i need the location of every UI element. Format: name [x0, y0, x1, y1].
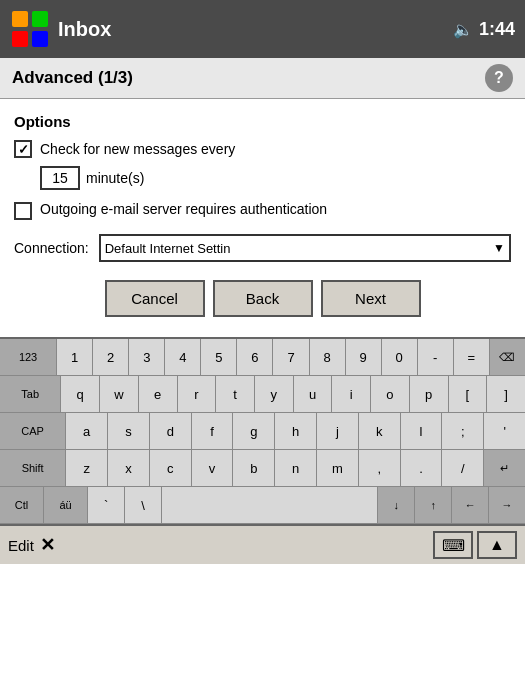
- minutes-label: minute(s): [86, 170, 144, 186]
- status-area: 🔈 1:44: [453, 19, 515, 40]
- key-c[interactable]: c: [150, 450, 192, 486]
- key-s[interactable]: s: [108, 413, 150, 449]
- key-k[interactable]: k: [359, 413, 401, 449]
- key-r[interactable]: r: [178, 376, 217, 412]
- key-x[interactable]: x: [108, 450, 150, 486]
- key-arrow-down[interactable]: ↓: [378, 487, 415, 523]
- key-cap[interactable]: CAP: [0, 413, 66, 449]
- key-backspace[interactable]: ⌫: [490, 339, 525, 375]
- keyboard-row-5: Ctl áü ` \ ↓ ↑ ← →: [0, 487, 525, 524]
- auth-row: Outgoing e-mail server requires authenti…: [14, 200, 511, 220]
- key-i[interactable]: i: [332, 376, 371, 412]
- key-3[interactable]: 3: [129, 339, 165, 375]
- key-p[interactable]: p: [410, 376, 449, 412]
- keyboard-toggle-button[interactable]: ⌨: [433, 531, 473, 559]
- key-6[interactable]: 6: [237, 339, 273, 375]
- keyboard-row-3: CAP a s d f g h j k l ; ': [0, 413, 525, 450]
- connection-select-value: Default Internet Settin: [105, 241, 489, 256]
- key-comma[interactable]: ,: [359, 450, 401, 486]
- key-o[interactable]: o: [371, 376, 410, 412]
- key-1[interactable]: 1: [57, 339, 93, 375]
- auth-checkbox[interactable]: [14, 202, 32, 220]
- help-button[interactable]: ?: [485, 64, 513, 92]
- key-v[interactable]: v: [192, 450, 234, 486]
- scroll-up-icon: ▲: [489, 536, 505, 554]
- keyboard-icon: ⌨: [442, 536, 465, 555]
- edit-area: Edit ✕: [8, 534, 55, 556]
- key-semicolon[interactable]: ;: [442, 413, 484, 449]
- key-h[interactable]: h: [275, 413, 317, 449]
- back-button[interactable]: Back: [213, 280, 313, 317]
- key-backslash[interactable]: \: [125, 487, 162, 523]
- close-button[interactable]: ✕: [40, 534, 55, 556]
- next-button[interactable]: Next: [321, 280, 421, 317]
- key-m[interactable]: m: [317, 450, 359, 486]
- key-quote[interactable]: ': [484, 413, 525, 449]
- key-2[interactable]: 2: [93, 339, 129, 375]
- key-q[interactable]: q: [61, 376, 100, 412]
- title-bar: Inbox 🔈 1:44: [0, 0, 525, 58]
- key-0[interactable]: 0: [382, 339, 418, 375]
- key-arrow-right[interactable]: →: [489, 487, 525, 523]
- key-5[interactable]: 5: [201, 339, 237, 375]
- bottom-right-icons: ⌨ ▲: [433, 531, 517, 559]
- key-tab[interactable]: Tab: [0, 376, 61, 412]
- key-z[interactable]: z: [66, 450, 108, 486]
- key-backtick[interactable]: `: [88, 487, 125, 523]
- key-8[interactable]: 8: [310, 339, 346, 375]
- key-l[interactable]: l: [401, 413, 443, 449]
- key-d[interactable]: d: [150, 413, 192, 449]
- main-content: Options Check for new messages every min…: [0, 99, 525, 337]
- keyboard-row-2: Tab q w e r t y u i o p [ ]: [0, 376, 525, 413]
- page-header: Advanced (1/3) ?: [0, 58, 525, 99]
- key-7[interactable]: 7: [273, 339, 309, 375]
- key-arrow-left[interactable]: ←: [452, 487, 489, 523]
- key-t[interactable]: t: [216, 376, 255, 412]
- svg-rect-2: [12, 31, 28, 47]
- check-messages-row: Check for new messages every: [14, 140, 511, 158]
- auth-label: Outgoing e-mail server requires authenti…: [40, 200, 327, 219]
- connection-dropdown[interactable]: Default Internet Settin ▼: [99, 234, 511, 262]
- page-title: Advanced (1/3): [12, 68, 133, 88]
- key-4[interactable]: 4: [165, 339, 201, 375]
- key-ctl[interactable]: Ctl: [0, 487, 44, 523]
- check-messages-checkbox[interactable]: [14, 140, 32, 158]
- key-b[interactable]: b: [233, 450, 275, 486]
- key-j[interactable]: j: [317, 413, 359, 449]
- svg-rect-1: [32, 11, 48, 27]
- key-123[interactable]: 123: [0, 339, 57, 375]
- key-equals[interactable]: =: [454, 339, 490, 375]
- minutes-input[interactable]: [40, 166, 80, 190]
- key-enter[interactable]: ↵: [484, 450, 525, 486]
- key-slash[interactable]: /: [442, 450, 484, 486]
- key-a[interactable]: a: [66, 413, 108, 449]
- key-shift[interactable]: Shift: [0, 450, 66, 486]
- options-section-label: Options: [14, 113, 511, 130]
- key-period[interactable]: .: [401, 450, 443, 486]
- key-n[interactable]: n: [275, 450, 317, 486]
- key-y[interactable]: y: [255, 376, 294, 412]
- key-special[interactable]: áü: [44, 487, 88, 523]
- key-minus[interactable]: -: [418, 339, 454, 375]
- key-lbracket[interactable]: [: [449, 376, 488, 412]
- connection-label: Connection:: [14, 240, 89, 256]
- key-rbracket[interactable]: ]: [487, 376, 525, 412]
- svg-rect-0: [12, 11, 28, 27]
- svg-rect-3: [32, 31, 48, 47]
- key-g[interactable]: g: [233, 413, 275, 449]
- edit-label: Edit: [8, 537, 34, 554]
- scroll-up-button[interactable]: ▲: [477, 531, 517, 559]
- key-9[interactable]: 9: [346, 339, 382, 375]
- app-title: Inbox: [58, 18, 453, 41]
- key-e[interactable]: e: [139, 376, 178, 412]
- keyboard-row-4: Shift z x c v b n m , . / ↵: [0, 450, 525, 487]
- volume-icon: 🔈: [453, 20, 473, 39]
- key-f[interactable]: f: [192, 413, 234, 449]
- key-w[interactable]: w: [100, 376, 139, 412]
- cancel-button[interactable]: Cancel: [105, 280, 205, 317]
- key-arrow-up[interactable]: ↑: [415, 487, 452, 523]
- key-u[interactable]: u: [294, 376, 333, 412]
- minutes-row: minute(s): [40, 166, 511, 190]
- key-space[interactable]: [162, 487, 378, 523]
- buttons-row: Cancel Back Next: [14, 280, 511, 317]
